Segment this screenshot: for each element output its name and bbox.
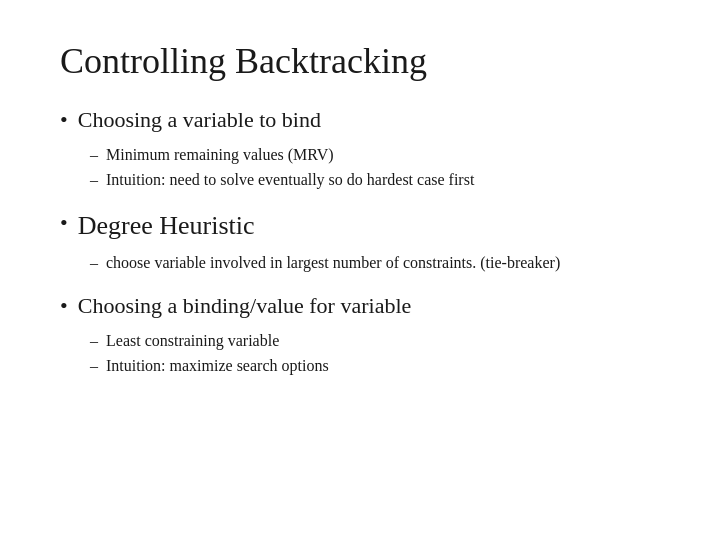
sub-bullets-1: – Minimum remaining values (MRV) – Intui… <box>90 143 660 191</box>
bullet-choosing-variable: • Choosing a variable to bind <box>60 106 660 135</box>
bullet-text-1: Choosing a variable to bind <box>78 106 321 135</box>
dash-2-1: – <box>90 251 98 274</box>
sub-bullet-1-1: – Minimum remaining values (MRV) <box>90 143 660 166</box>
sub-bullet-3-1: – Least constraining variable <box>90 329 660 352</box>
bullet-dot-1: • <box>60 106 68 135</box>
bullet-text-3: Choosing a binding/value for variable <box>78 292 412 321</box>
bullet-choosing-binding: • Choosing a binding/value for variable <box>60 292 660 321</box>
sub-bullets-2: – choose variable involved in largest nu… <box>90 251 660 274</box>
sub-text-2-1: choose variable involved in largest numb… <box>106 251 560 274</box>
dash-1-2: – <box>90 168 98 191</box>
bullet-dot-2: • <box>60 209 68 238</box>
sub-bullets-3: – Least constraining variable – Intuitio… <box>90 329 660 377</box>
content: • Choosing a variable to bind – Minimum … <box>60 106 660 500</box>
sub-bullet-2-1: – choose variable involved in largest nu… <box>90 251 660 274</box>
sub-text-1-2: Intuition: need to solve eventually so d… <box>106 168 474 191</box>
section-choosing-variable: • Choosing a variable to bind – Minimum … <box>60 106 660 191</box>
bullet-dot-3: • <box>60 292 68 321</box>
bullet-degree-heuristic: • Degree Heuristic <box>60 209 660 243</box>
dash-3-2: – <box>90 354 98 377</box>
dash-1-1: – <box>90 143 98 166</box>
sub-bullet-1-2: – Intuition: need to solve eventually so… <box>90 168 660 191</box>
slide: Controlling Backtracking • Choosing a va… <box>0 0 720 540</box>
section-degree-heuristic: • Degree Heuristic – choose variable inv… <box>60 209 660 274</box>
dash-3-1: – <box>90 329 98 352</box>
bullet-text-2: Degree Heuristic <box>78 209 255 243</box>
sub-text-1-1: Minimum remaining values (MRV) <box>106 143 334 166</box>
sub-text-3-1: Least constraining variable <box>106 329 279 352</box>
section-choosing-binding: • Choosing a binding/value for variable … <box>60 292 660 377</box>
sub-bullet-3-2: – Intuition: maximize search options <box>90 354 660 377</box>
sub-text-3-2: Intuition: maximize search options <box>106 354 329 377</box>
slide-title: Controlling Backtracking <box>60 40 660 82</box>
